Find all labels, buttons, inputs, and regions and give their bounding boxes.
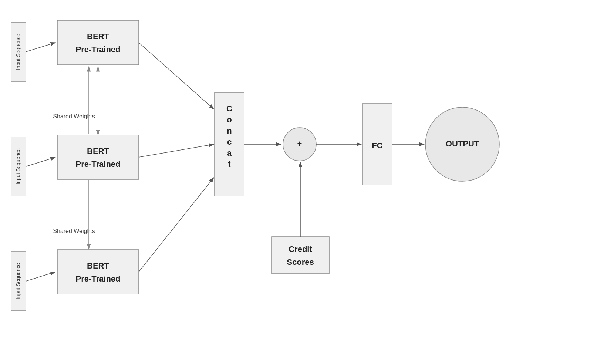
concat-label-c: c [227, 137, 232, 146]
credit-scores-box [272, 237, 329, 274]
bert-3-label-1: BERT [87, 261, 109, 270]
arrow-input2-bert2 [26, 157, 55, 166]
concat-label-n: n [227, 126, 232, 135]
fc-label: FC [372, 141, 382, 150]
bert-2-box [57, 135, 139, 179]
bert-3-label-2: Pre-Trained [75, 274, 120, 283]
credit-scores-label-2: Scores [287, 257, 314, 267]
credit-scores-label-1: Credit [289, 245, 312, 254]
arrow-input1-bert1 [26, 43, 55, 52]
concat-label: C [226, 104, 232, 113]
diagram-container: Input Sequence Input Sequence Input Sequ… [0, 0, 597, 364]
bert-1-label-2: Pre-Trained [75, 45, 120, 54]
input-seq-3-text: Input Sequence [15, 263, 21, 299]
plus-label: + [297, 139, 302, 148]
arrow-bert1-concat [139, 43, 214, 109]
arrow-input3-bert3 [26, 272, 55, 281]
input-seq-1-text: Input Sequence [15, 34, 21, 70]
arrow-bert3-concat [139, 178, 214, 272]
input-seq-2-text: Input Sequence [15, 148, 21, 185]
output-label: OUTPUT [446, 139, 479, 148]
bert-2-label-2: Pre-Trained [75, 159, 120, 169]
concat-label-o: o [227, 115, 232, 124]
bert-3-box [57, 250, 139, 294]
bert-1-box [57, 20, 139, 65]
bert-2-label-1: BERT [87, 146, 109, 156]
concat-label-a: a [227, 148, 232, 158]
arrow-bert2-concat [139, 144, 214, 157]
concat-label-t: t [228, 159, 231, 169]
bert-1-label-1: BERT [87, 32, 109, 41]
